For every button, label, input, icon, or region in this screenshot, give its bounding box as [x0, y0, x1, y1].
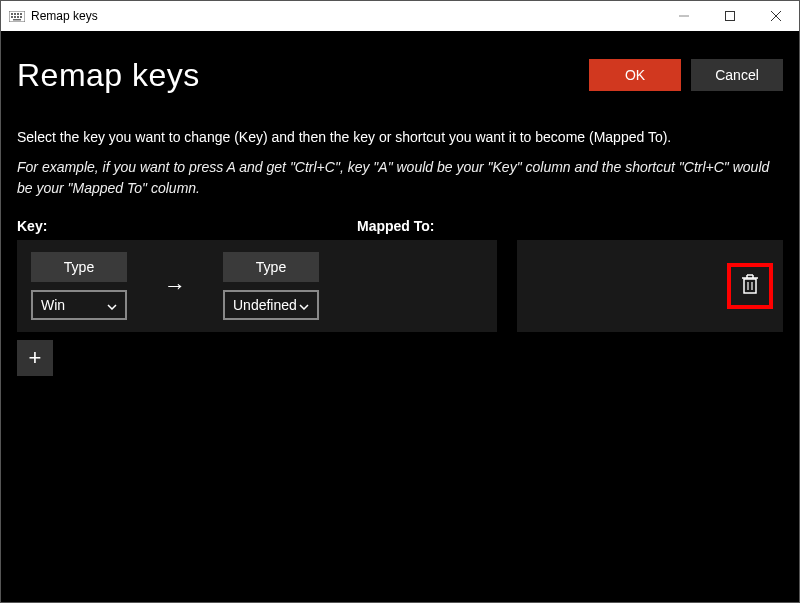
delete-row-button[interactable] — [741, 274, 759, 297]
close-button[interactable] — [753, 1, 799, 31]
mapped-select-value: Undefined — [233, 297, 297, 313]
svg-rect-11 — [726, 12, 735, 21]
arrow-right-icon: → — [145, 273, 205, 299]
svg-rect-1 — [11, 13, 13, 15]
header: Remap keys OK Cancel — [1, 31, 799, 101]
minimize-button[interactable] — [661, 1, 707, 31]
titlebar: Remap keys — [1, 1, 799, 31]
key-select[interactable]: Win — [31, 290, 127, 320]
window-title: Remap keys — [31, 9, 661, 23]
add-mapping-button[interactable]: + — [17, 340, 53, 376]
svg-rect-6 — [14, 16, 16, 18]
svg-rect-7 — [17, 16, 19, 18]
svg-rect-4 — [20, 13, 22, 15]
key-select-value: Win — [41, 297, 65, 313]
mapping-panel-right — [517, 240, 783, 332]
chevron-down-icon — [107, 297, 117, 313]
ok-button[interactable]: OK — [589, 59, 681, 91]
trash-icon — [741, 282, 759, 297]
key-type-button[interactable]: Type — [31, 252, 127, 282]
app-icon — [9, 10, 25, 22]
cancel-button[interactable]: Cancel — [691, 59, 783, 91]
plus-icon: + — [29, 345, 42, 371]
mapping-panel-left: Type Win → Type Undefined — [17, 240, 497, 332]
column-key-label: Key: — [17, 218, 357, 234]
page-title: Remap keys — [17, 57, 589, 94]
instructions-main: Select the key you want to change (Key) … — [17, 127, 783, 147]
maximize-button[interactable] — [707, 1, 753, 31]
svg-rect-14 — [744, 279, 756, 293]
delete-row-highlight — [727, 263, 773, 309]
mapped-type-button[interactable]: Type — [223, 252, 319, 282]
svg-rect-8 — [20, 16, 22, 18]
svg-rect-5 — [11, 16, 13, 18]
window-controls — [661, 1, 799, 31]
svg-rect-2 — [14, 13, 16, 15]
svg-rect-9 — [13, 19, 21, 21]
column-mapped-label: Mapped To: — [357, 218, 783, 234]
svg-rect-3 — [17, 13, 19, 15]
mapped-select[interactable]: Undefined — [223, 290, 319, 320]
instructions-example: For example, if you want to press A and … — [17, 157, 783, 198]
mapping-row: Type Win → Type Undefined — [17, 240, 783, 332]
chevron-down-icon — [299, 297, 309, 313]
